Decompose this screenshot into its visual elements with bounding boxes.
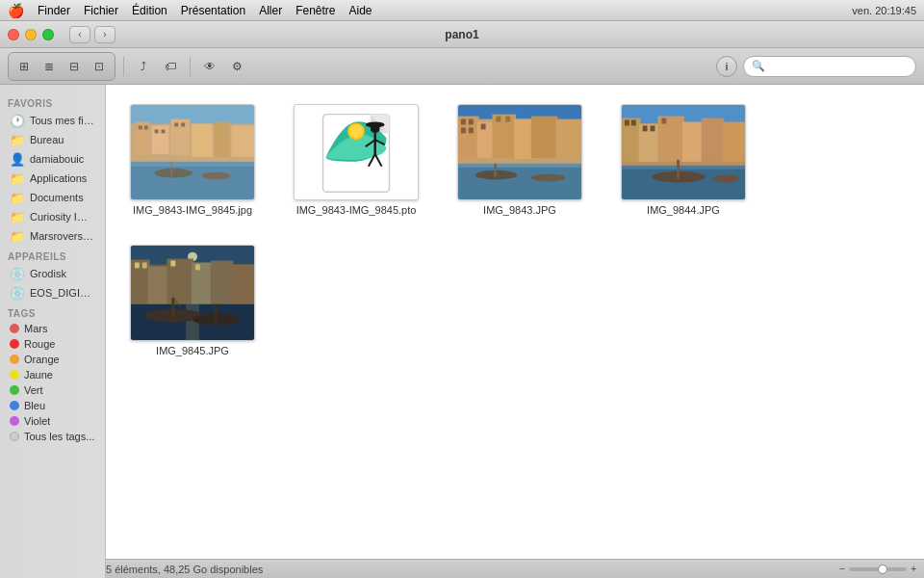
sidebar-item-tag-orange[interactable]: Orange bbox=[2, 352, 103, 367]
info-button[interactable]: i bbox=[716, 56, 737, 77]
sidebar-label-damiabouic: damiabouic bbox=[30, 153, 84, 165]
svg-rect-58 bbox=[702, 118, 725, 162]
sidebar-item-tag-jaune[interactable]: Jaune bbox=[2, 367, 103, 382]
sidebar-item-documents[interactable]: 📁 Documents bbox=[2, 188, 103, 207]
search-icon: 🔍 bbox=[752, 60, 765, 72]
view-coverflow-button[interactable]: ⊡ bbox=[88, 55, 111, 78]
tag-dot-bleu bbox=[10, 401, 19, 410]
file-item[interactable]: IMG_9843.JPG bbox=[452, 104, 587, 216]
svg-rect-57 bbox=[682, 121, 704, 161]
view-icon-button[interactable]: ⊞ bbox=[13, 55, 36, 78]
file-thumbnail bbox=[294, 104, 419, 200]
search-box[interactable]: 🔍 bbox=[743, 56, 916, 77]
svg-rect-73 bbox=[131, 260, 150, 305]
maximize-button[interactable] bbox=[42, 29, 54, 40]
svg-rect-9 bbox=[144, 125, 148, 129]
sidebar-item-applications[interactable]: 📁 Applications bbox=[2, 169, 103, 188]
svg-rect-35 bbox=[477, 121, 495, 157]
svg-rect-7 bbox=[231, 125, 254, 156]
menu-fichier[interactable]: Fichier bbox=[84, 4, 118, 17]
sidebar-label-orange: Orange bbox=[24, 354, 60, 365]
svg-point-24 bbox=[349, 124, 363, 138]
statusbar-info: 5 éléments, 48,25 Go disponibles bbox=[106, 564, 263, 575]
sidebar-label-vert: Vert bbox=[24, 384, 43, 396]
hdd-icon: 💿 bbox=[10, 266, 25, 281]
file-item[interactable]: IMG_9845.JPG bbox=[125, 245, 260, 356]
menu-presentation[interactable]: Présentation bbox=[181, 4, 245, 17]
sidebar-item-grodisk[interactable]: 💿 Grodisk bbox=[2, 264, 103, 283]
tag-button[interactable]: 🏷 bbox=[159, 55, 182, 78]
svg-rect-12 bbox=[174, 122, 178, 126]
share-button[interactable]: ⤴ bbox=[132, 55, 155, 78]
svg-rect-76 bbox=[192, 262, 213, 303]
sidebar-item-bureau[interactable]: 📁 Bureau bbox=[2, 130, 103, 149]
zoom-slider[interactable]: − + bbox=[839, 564, 916, 574]
menu-aide[interactable]: Aide bbox=[349, 4, 372, 17]
sidebar-item-tag-violet[interactable]: Violet bbox=[2, 413, 103, 429]
svg-rect-66 bbox=[622, 166, 745, 170]
sidebar-label-jaune: Jaune bbox=[24, 369, 53, 381]
pto-icon-svg bbox=[295, 104, 418, 200]
menu-finder[interactable]: Finder bbox=[38, 4, 70, 17]
sidebar-label-bureau: Bureau bbox=[30, 134, 64, 145]
toolbar-sep-2 bbox=[190, 57, 191, 76]
svg-rect-43 bbox=[469, 127, 474, 133]
sidebar-item-tag-vert[interactable]: Vert bbox=[2, 382, 103, 398]
traffic-lights bbox=[8, 29, 54, 40]
tag-dot-orange bbox=[10, 355, 19, 364]
svg-rect-41 bbox=[469, 119, 474, 125]
menu-fenetre[interactable]: Fenêtre bbox=[295, 4, 335, 17]
file-item[interactable]: IMG_9843-IMG_9845.jpg bbox=[125, 104, 260, 216]
clock-icon: 🕐 bbox=[10, 113, 25, 128]
action-button[interactable]: ⚙ bbox=[225, 55, 248, 78]
sidebar-item-eos[interactable]: 💿 EOS_DIGITAL bbox=[2, 283, 103, 302]
svg-rect-79 bbox=[135, 262, 140, 268]
svg-rect-65 bbox=[622, 166, 745, 199]
sidebar-item-marsrovers[interactable]: 📁 MarsroversImages bbox=[2, 226, 103, 246]
svg-rect-61 bbox=[631, 120, 636, 126]
svg-rect-68 bbox=[677, 160, 680, 179]
tag-dot-jaune bbox=[10, 370, 19, 380]
folder-icon: 📁 bbox=[10, 190, 25, 205]
view-column-button[interactable]: ⊟ bbox=[63, 55, 86, 78]
file-item[interactable]: IMG_9844.JPG bbox=[616, 104, 751, 216]
sidebar-item-tag-mars[interactable]: Mars bbox=[2, 321, 103, 336]
view-list-button[interactable]: ≣ bbox=[38, 55, 61, 78]
content: IMG_9843-IMG_9845.jpg bbox=[106, 85, 924, 578]
slider-thumb bbox=[878, 565, 887, 574]
sidebar-label-mars: Mars bbox=[24, 323, 47, 334]
titlebar: ‹ › pano1 bbox=[0, 21, 924, 48]
quicklook-button[interactable]: 👁 bbox=[198, 55, 221, 78]
folder-icon: 📁 bbox=[10, 228, 25, 244]
sidebar-item-tag-bleu[interactable]: Bleu bbox=[2, 398, 103, 413]
apple-menu[interactable]: 🍎 bbox=[8, 3, 24, 18]
svg-rect-50 bbox=[494, 164, 496, 177]
svg-rect-3 bbox=[152, 125, 169, 154]
sidebar-item-all-tags[interactable]: Tous les tags... bbox=[2, 429, 103, 444]
forward-button[interactable]: › bbox=[94, 26, 116, 43]
sidebar-item-tag-rouge[interactable]: Rouge bbox=[2, 336, 103, 352]
sidebar-item-damiabouic[interactable]: 👤 damiabouic bbox=[2, 149, 103, 169]
menu-aller[interactable]: Aller bbox=[259, 4, 282, 17]
person-icon: 👤 bbox=[10, 151, 25, 167]
folder-icon: 📁 bbox=[10, 132, 25, 147]
sidebar-label-rouge: Rouge bbox=[24, 338, 55, 350]
file-item[interactable]: IMG_9843-IMG_9845.pto bbox=[289, 104, 424, 216]
svg-rect-48 bbox=[458, 164, 581, 168]
svg-rect-63 bbox=[651, 125, 655, 131]
minimize-button[interactable] bbox=[25, 29, 37, 40]
sidebar-item-tous[interactable]: 🕐 Tous mes fichiers bbox=[2, 111, 103, 130]
svg-rect-11 bbox=[162, 129, 166, 133]
svg-rect-6 bbox=[215, 121, 230, 156]
slider-track[interactable] bbox=[849, 567, 907, 571]
sidebar-item-curiosity[interactable]: 📁 Curiosity Images bbox=[2, 207, 103, 226]
menubar-right: ven. 20:19:45 bbox=[852, 5, 916, 16]
sidebar-label-all-tags: Tous les tags... bbox=[24, 431, 94, 442]
close-button[interactable] bbox=[8, 29, 19, 40]
svg-rect-8 bbox=[139, 125, 142, 129]
tag-dot-rouge bbox=[10, 339, 19, 349]
svg-rect-4 bbox=[170, 119, 190, 155]
menu-edition[interactable]: Édition bbox=[132, 4, 167, 17]
svg-rect-18 bbox=[131, 162, 254, 167]
back-button[interactable]: ‹ bbox=[69, 26, 90, 43]
